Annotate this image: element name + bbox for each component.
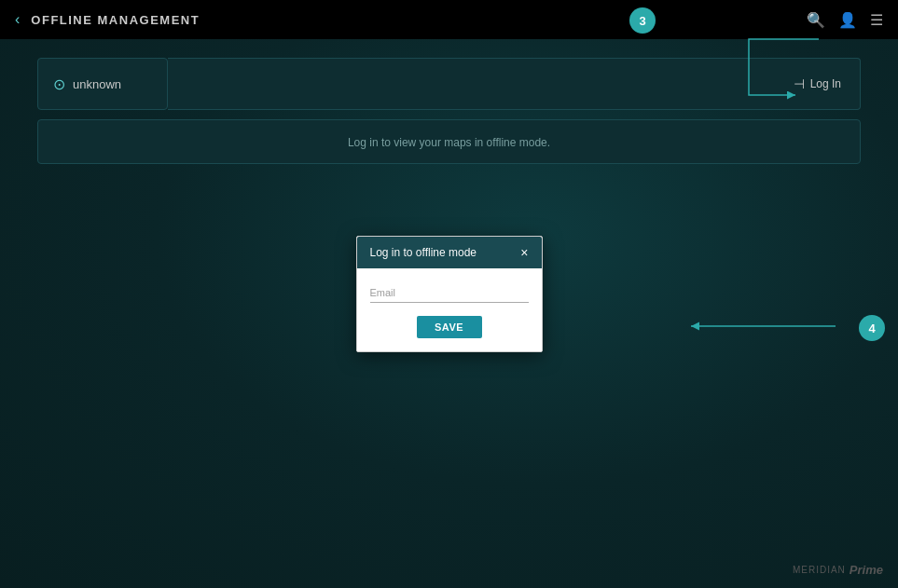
modal-body: SAVE bbox=[357, 268, 542, 351]
modal-close-button[interactable]: × bbox=[520, 246, 528, 259]
login-modal: Log in to offline mode × SAVE bbox=[356, 236, 543, 352]
modal-header: Log in to offline mode × bbox=[357, 237, 542, 268]
modal-title: Log in to offline mode bbox=[370, 246, 477, 259]
email-input[interactable] bbox=[370, 283, 529, 303]
save-button[interactable]: SAVE bbox=[417, 316, 482, 338]
modal-overlay: Log in to offline mode × SAVE bbox=[0, 0, 898, 588]
